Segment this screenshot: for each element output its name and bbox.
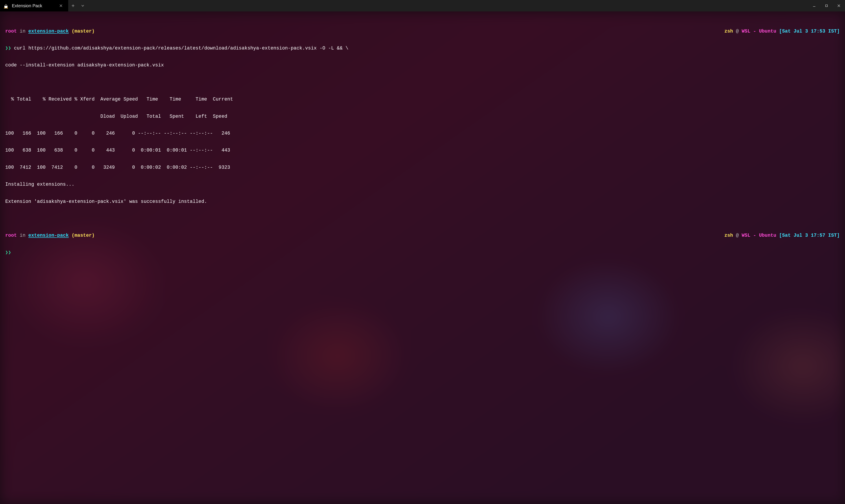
curl-row-1: 100 166 100 166 0 0 246 0 --:--:-- --:--…: [5, 131, 840, 137]
window-controls: [808, 0, 845, 12]
curl-row-3: 100 7412 100 7412 0 0 3249 0 0:00:02 0:0…: [5, 165, 840, 170]
svg-point-7: [4, 8, 5, 8]
blank-line-2: [5, 216, 840, 221]
prompt-arrows: ❯❯: [5, 46, 11, 51]
active-tab[interactable]: Extension Pack: [0, 0, 68, 12]
prompt-branch: (master): [69, 233, 95, 238]
close-icon: [837, 4, 840, 7]
right-at: @: [733, 29, 741, 34]
chevron-down-icon: [81, 4, 85, 7]
prompt-user: root: [5, 233, 17, 238]
curl-row-2: 100 638 100 638 0 0 443 0 0:00:01 0:00:0…: [5, 148, 840, 153]
curl-header-1: % Total % Received % Xferd Average Speed…: [5, 96, 840, 102]
terminal-output: root in extension-pack (master) zsh @ WS…: [0, 12, 845, 273]
curl-header-2: Dload Upload Total Spent Left Speed: [5, 114, 840, 120]
right-time: [Sat Jul 3 17:53 IST]: [776, 29, 840, 34]
blank-line: [5, 79, 840, 85]
prompt-branch: (master): [69, 29, 95, 34]
terminal-surface[interactable]: root in extension-pack (master) zsh @ WS…: [0, 12, 845, 504]
prompt-line-2: root in extension-pack (master) zsh @ WS…: [5, 233, 840, 238]
prompt-user: root: [5, 29, 17, 34]
right-host: WSL - Ubuntu: [742, 233, 776, 238]
titlebar-spacer: [88, 0, 808, 12]
titlebar: Extension Pack: [0, 0, 845, 12]
close-icon: [59, 4, 62, 7]
svg-point-8: [6, 8, 8, 8]
right-at: @: [733, 233, 741, 238]
tux-icon: [3, 3, 9, 8]
right-shell: zsh: [724, 29, 733, 34]
tab-dropdown-button[interactable]: [78, 0, 88, 12]
minimize-icon: [813, 4, 816, 7]
right-host: WSL - Ubuntu: [742, 29, 776, 34]
maximize-icon: [825, 4, 828, 7]
prompt-line-1: root in extension-pack (master) zsh @ WS…: [5, 29, 840, 34]
prompt-sep: in: [17, 233, 28, 238]
tab-title: Extension Pack: [12, 3, 55, 8]
prompt-arrows: ❯❯: [5, 250, 11, 255]
svg-rect-9: [826, 5, 828, 7]
close-tab-button[interactable]: [58, 2, 64, 9]
new-tab-button[interactable]: [68, 0, 78, 12]
prompt-sep: in: [17, 29, 28, 34]
command-line-2: code --install-extension adisakshya-exte…: [5, 62, 840, 68]
minimize-button[interactable]: [808, 0, 820, 12]
command-text-1: curl https://github.com/adisakshya/exten…: [11, 46, 348, 51]
installing-line: Installing extensions...: [5, 182, 840, 187]
success-line: Extension 'adisakshya-extension-pack.vsi…: [5, 199, 840, 204]
prompt-dir: extension-pack: [29, 233, 69, 238]
right-time: [Sat Jul 3 17:57 IST]: [776, 233, 840, 238]
svg-point-1: [5, 3, 7, 6]
command-line-1: ❯❯ curl https://github.com/adisakshya/ex…: [5, 46, 840, 51]
maximize-button[interactable]: [820, 0, 833, 12]
close-window-button[interactable]: [833, 0, 845, 12]
prompt-dir: extension-pack: [29, 29, 69, 34]
right-shell: zsh: [724, 233, 733, 238]
plus-icon: [71, 4, 75, 7]
idle-prompt[interactable]: ❯❯: [5, 250, 840, 256]
